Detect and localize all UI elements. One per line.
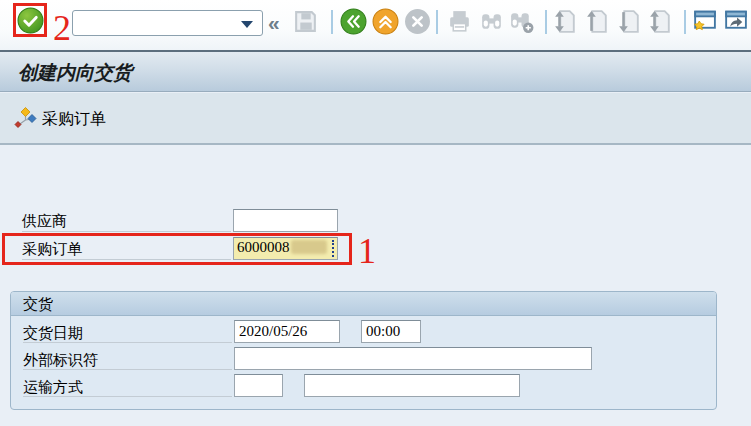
next-page-icon: [616, 8, 643, 35]
label-underline: [23, 342, 232, 343]
create-shortcut-button[interactable]: [722, 7, 749, 34]
annotation-box-2: [13, 3, 47, 37]
delivery-group: 交货 交货日期 外部标识符 运输方式: [10, 291, 717, 410]
back-icon: [340, 8, 367, 35]
exit-icon: [372, 8, 399, 35]
command-input[interactable]: [76, 12, 240, 36]
title-bar: 创建内向交货: [0, 50, 751, 92]
cancel-icon: [404, 8, 431, 35]
external-id-label: 外部标识符: [23, 351, 98, 370]
collapse-command-icon[interactable]: «: [268, 8, 280, 38]
label-underline: [22, 231, 231, 232]
find-next-button[interactable]: [508, 8, 535, 35]
find-next-icon: [508, 8, 535, 35]
delivery-group-header: 交货: [11, 292, 716, 316]
previous-page-button[interactable]: [584, 8, 611, 35]
first-page-icon: [552, 8, 579, 35]
command-dropdown-icon[interactable]: [241, 21, 253, 28]
toolbar-separator: [545, 10, 547, 34]
purchase-order-button-label: 采购订单: [42, 109, 106, 130]
previous-page-icon: [584, 8, 611, 35]
find-icon: [478, 8, 505, 35]
first-page-button[interactable]: [552, 8, 579, 35]
vendor-input[interactable]: [233, 209, 338, 232]
exit-button[interactable]: [372, 8, 399, 35]
toolbar-separator: [331, 10, 333, 34]
cancel-button[interactable]: [404, 8, 431, 35]
delivery-time-input[interactable]: [361, 320, 421, 343]
back-button[interactable]: [340, 8, 367, 35]
print-button[interactable]: [446, 8, 473, 35]
toolbar-separator: [436, 10, 438, 34]
sap-window: 2 «: [0, 0, 751, 426]
delivery-date-label: 交货日期: [23, 324, 83, 343]
label-underline: [23, 369, 232, 370]
external-id-input[interactable]: [234, 347, 592, 370]
next-page-button[interactable]: [616, 8, 643, 35]
transport-label: 运输方式: [23, 378, 83, 397]
save-button[interactable]: [292, 8, 319, 35]
new-session-button[interactable]: [691, 7, 718, 34]
last-page-button[interactable]: [647, 8, 674, 35]
delivery-date-input[interactable]: [234, 320, 340, 343]
system-toolbar: 2 «: [0, 0, 751, 51]
application-toolbar: 采购订单: [0, 93, 751, 145]
page-title: 创建内向交货: [18, 60, 132, 86]
new-session-icon: [691, 7, 718, 34]
transport-description-input[interactable]: [304, 374, 520, 397]
command-field[interactable]: [72, 10, 263, 36]
save-icon: [292, 8, 319, 35]
vendor-label: 供应商: [22, 212, 67, 231]
purchase-order-button[interactable]: 采购订单: [8, 104, 110, 134]
find-button[interactable]: [478, 8, 505, 35]
print-icon: [446, 8, 473, 35]
delivery-group-title: 交货: [23, 295, 53, 314]
annotation-label-2: 2: [53, 11, 71, 45]
last-page-icon: [647, 8, 674, 35]
annotation-box-1: [2, 233, 352, 265]
label-underline: [23, 396, 232, 397]
create-shortcut-icon: [722, 7, 749, 34]
annotation-label-1: 1: [358, 234, 376, 268]
transport-code-input[interactable]: [234, 374, 283, 397]
diamond-cluster-icon: [12, 106, 39, 132]
toolbar-separator: [684, 10, 686, 34]
